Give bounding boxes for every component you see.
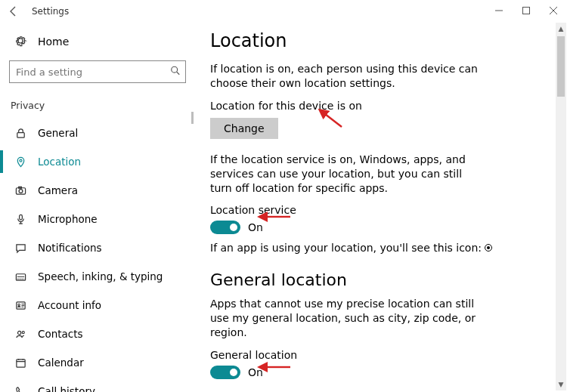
location-pin-icon xyxy=(14,156,27,168)
close-button[interactable] xyxy=(540,0,567,21)
svg-point-12 xyxy=(17,304,19,305)
camera-icon xyxy=(14,185,27,196)
home-nav[interactable]: Home xyxy=(9,29,195,54)
location-service-toggle-row: On xyxy=(210,221,552,234)
window-scrollbar[interactable]: ▲ ▼ xyxy=(556,23,566,390)
group-title: Privacy xyxy=(9,97,195,119)
svg-point-7 xyxy=(19,189,23,193)
svg-point-13 xyxy=(17,331,20,334)
svg-rect-9 xyxy=(19,215,22,220)
nav-label: Contacts xyxy=(38,328,83,340)
nav-item-general[interactable]: General xyxy=(9,119,195,147)
scroll-thumb[interactable] xyxy=(191,112,194,124)
nav-label: Account info xyxy=(38,299,101,311)
location-in-use-icon xyxy=(485,244,492,252)
general-location-label: General location xyxy=(210,349,552,361)
search-box[interactable] xyxy=(9,60,186,83)
svg-point-5 xyxy=(20,159,22,162)
svg-rect-15 xyxy=(16,359,24,366)
search-input[interactable] xyxy=(10,61,185,82)
scroll-down-icon[interactable]: ▼ xyxy=(556,378,566,390)
nav-item-camera[interactable]: Camera xyxy=(9,176,195,205)
svg-point-14 xyxy=(22,331,24,333)
home-label: Home xyxy=(38,35,69,48)
minimize-button[interactable] xyxy=(485,0,513,21)
nav-item-calendar[interactable]: Calendar xyxy=(9,348,195,377)
location-service-toggle[interactable] xyxy=(210,221,240,234)
lock-icon xyxy=(14,128,27,139)
gear-icon xyxy=(14,34,27,50)
nav-label: Calendar xyxy=(38,357,84,369)
content-pane: Location If location is on, each person … xyxy=(195,23,567,392)
nav-item-location[interactable]: Location xyxy=(9,147,195,176)
nav-item-contacts[interactable]: Contacts xyxy=(9,319,195,348)
nav-label: General xyxy=(38,127,78,139)
location-icon-note: If an app is using your location, you'll… xyxy=(210,242,552,254)
svg-rect-1 xyxy=(523,8,530,14)
microphone-icon xyxy=(14,214,27,225)
service-desc: If the location service is on, Windows, … xyxy=(210,153,482,196)
nav-label: Speech, inking, & typing xyxy=(38,270,163,282)
contacts-icon xyxy=(14,329,27,340)
nav-item-account[interactable]: Account info xyxy=(9,291,195,319)
nav-label: Camera xyxy=(38,184,78,196)
nav-item-microphone[interactable]: Microphone xyxy=(9,205,195,233)
svg-rect-4 xyxy=(17,132,23,137)
nav-list: General Location Camera Microphone xyxy=(9,119,195,392)
general-location-toggle-state: On xyxy=(248,366,263,378)
location-service-label: Location service xyxy=(210,204,552,216)
window-title: Settings xyxy=(32,6,69,17)
intro-text: If location is on, each person using thi… xyxy=(210,62,482,91)
nav-item-speech[interactable]: Speech, inking, & typing xyxy=(9,262,195,291)
titlebar: Settings xyxy=(0,0,567,23)
nav-label: Microphone xyxy=(38,213,98,225)
svg-point-2 xyxy=(172,66,178,73)
scroll-thumb[interactable] xyxy=(557,36,565,97)
general-location-toggle[interactable] xyxy=(210,366,240,379)
general-location-desc: Apps that cannot use my precise location… xyxy=(210,297,482,340)
icon-note-text: If an app is using your location, you'll… xyxy=(210,242,482,254)
nav-item-notifications[interactable]: Notifications xyxy=(9,233,195,262)
change-button[interactable]: Change xyxy=(210,118,278,139)
chat-icon xyxy=(14,242,27,254)
maximize-button[interactable] xyxy=(513,0,540,21)
speech-icon xyxy=(14,271,27,282)
nav-label: Notifications xyxy=(38,242,102,254)
nav-label: Call history xyxy=(38,385,95,392)
back-button[interactable] xyxy=(8,5,32,17)
account-icon xyxy=(14,300,27,311)
scroll-up-icon[interactable]: ▲ xyxy=(556,23,566,35)
page-heading: Location xyxy=(210,30,552,51)
phone-icon xyxy=(14,386,27,393)
search-icon xyxy=(170,66,181,79)
sidebar: Home Privacy General Location xyxy=(0,23,195,392)
device-location-status: Location for this device is on xyxy=(210,100,552,112)
location-service-toggle-state: On xyxy=(248,221,263,233)
nav-label: Location xyxy=(38,156,81,168)
calendar-icon xyxy=(14,357,27,369)
window-controls xyxy=(485,0,567,21)
svg-line-3 xyxy=(177,72,180,75)
nav-item-callhistory[interactable]: Call history xyxy=(9,377,195,392)
general-location-toggle-row: On xyxy=(210,366,552,379)
general-location-heading: General location xyxy=(210,270,552,289)
